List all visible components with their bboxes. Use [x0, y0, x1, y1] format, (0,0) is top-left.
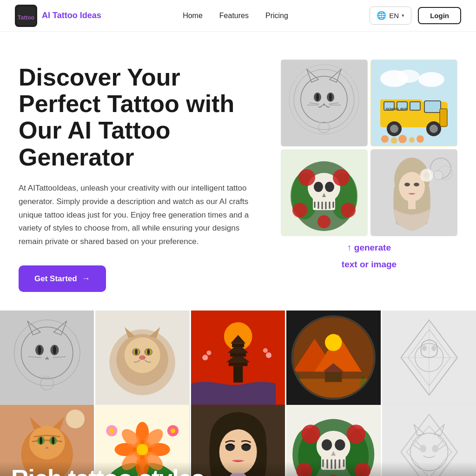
svg-point-34 — [430, 125, 438, 133]
get-started-button[interactable]: Get Started → — [19, 265, 106, 292]
svg-point-38 — [398, 135, 407, 143]
svg-point-40 — [416, 135, 424, 143]
gallery-item-5 — [382, 311, 476, 404]
gallery-section: Rich tattoo styles — [0, 311, 476, 476]
svg-point-32 — [390, 125, 398, 133]
gallery-overlay: Rich tattoo styles — [0, 462, 476, 476]
hero-title: Discover Your Perfect Tattoo with Our AI… — [19, 64, 262, 171]
svg-rect-30 — [440, 109, 447, 126]
svg-point-134 — [29, 425, 65, 459]
navbar: Tattoo AI Tattoo Ideas Home Features Pri… — [0, 0, 476, 32]
svg-rect-28 — [410, 102, 420, 110]
svg-text:SCHOOL BUS: SCHOOL BUS — [386, 107, 408, 111]
login-button[interactable]: Login — [418, 7, 461, 24]
svg-rect-102 — [230, 353, 246, 357]
hero-image-grid: SCHOOL BUS — [281, 60, 457, 236]
language-selector[interactable]: 🌐 EN ▾ — [370, 7, 411, 25]
svg-point-159 — [171, 428, 175, 433]
svg-rect-104 — [232, 344, 244, 347]
svg-point-37 — [391, 137, 397, 144]
hero-left: Discover Your Perfect Tattoo with Our AI… — [19, 60, 262, 292]
svg-point-60 — [317, 215, 331, 228]
svg-point-67 — [404, 183, 410, 186]
svg-point-108 — [206, 350, 211, 355]
svg-point-56 — [298, 169, 315, 186]
svg-point-130 — [422, 345, 427, 351]
svg-point-123 — [325, 334, 342, 351]
svg-point-8 — [316, 93, 319, 101]
hero-img-school-bus: SCHOOL BUS — [370, 60, 457, 146]
svg-rect-69 — [408, 200, 416, 209]
svg-point-182 — [302, 424, 320, 443]
svg-point-48 — [325, 182, 334, 192]
svg-point-39 — [409, 137, 415, 143]
svg-point-107 — [202, 355, 208, 360]
svg-point-174 — [335, 439, 345, 450]
nav-home[interactable]: Home — [183, 12, 203, 20]
logo-group[interactable]: Tattoo AI Tattoo Ideas — [15, 5, 101, 27]
svg-point-68 — [414, 183, 419, 186]
hero-description: At AITattooIdeas, unleash your creativit… — [19, 182, 260, 249]
generate-subtext: text or image — [281, 259, 457, 270]
svg-point-110 — [263, 348, 268, 353]
gallery-item-4 — [286, 311, 380, 404]
svg-point-94 — [147, 349, 150, 355]
svg-point-173 — [322, 439, 332, 450]
svg-point-9 — [329, 93, 332, 101]
arrow-right-icon: → — [82, 274, 90, 284]
brand-name: AI Tattoo Ideas — [42, 11, 101, 20]
svg-point-58 — [292, 203, 307, 218]
lang-label: EN — [389, 12, 399, 20]
svg-point-183 — [347, 424, 365, 443]
svg-rect-121 — [325, 372, 342, 382]
chevron-down-icon: ▾ — [402, 13, 404, 19]
hero-img-skull-roses — [281, 149, 368, 236]
svg-point-142 — [66, 410, 85, 428]
svg-point-71 — [424, 172, 430, 178]
nav-features[interactable]: Features — [219, 12, 249, 20]
svg-point-57 — [333, 169, 350, 186]
gallery-item-3 — [191, 311, 285, 404]
svg-point-137 — [40, 436, 42, 444]
gallery-top-row — [0, 311, 476, 404]
svg-point-138 — [52, 436, 54, 444]
svg-rect-106 — [233, 366, 243, 383]
hero-img-cat-mandala — [281, 60, 368, 146]
svg-point-160 — [137, 444, 148, 455]
gallery-item-1 — [0, 311, 94, 404]
svg-point-64 — [434, 171, 443, 180]
svg-rect-29 — [424, 101, 441, 112]
svg-point-90 — [125, 337, 160, 373]
gallery-item-2 — [95, 311, 189, 404]
svg-point-109 — [266, 352, 271, 358]
svg-point-157 — [110, 428, 114, 433]
svg-point-95 — [139, 355, 146, 360]
svg-point-36 — [381, 135, 389, 143]
svg-rect-46 — [313, 196, 335, 210]
logo-svg: Tattoo — [17, 7, 35, 25]
svg-point-22 — [397, 70, 420, 83]
gallery-overlay-text: Rich tattoo styles — [11, 464, 204, 476]
get-started-label: Get Started — [34, 274, 77, 284]
svg-rect-100 — [229, 363, 247, 366]
nav-pricing[interactable]: Pricing — [265, 12, 288, 20]
svg-point-59 — [341, 203, 356, 218]
globe-icon: 🌐 — [377, 11, 386, 20]
nav-links: Home Features Pricing — [183, 12, 288, 20]
svg-point-131 — [431, 345, 436, 351]
hero-img-woman-flowers — [370, 149, 457, 236]
logo-image: Tattoo — [15, 5, 37, 27]
hero-section: Discover Your Perfect Tattoo with Our AI… — [0, 32, 476, 311]
nav-right: 🌐 EN ▾ Login — [370, 7, 461, 25]
svg-point-77 — [38, 346, 41, 354]
svg-point-47 — [314, 182, 323, 192]
svg-point-23 — [418, 72, 444, 87]
hero-right: SCHOOL BUS — [281, 60, 457, 270]
svg-point-78 — [53, 346, 56, 354]
generate-text: ↑ generate — [281, 243, 457, 253]
svg-point-93 — [135, 349, 138, 355]
svg-text:Tattoo: Tattoo — [18, 14, 34, 21]
